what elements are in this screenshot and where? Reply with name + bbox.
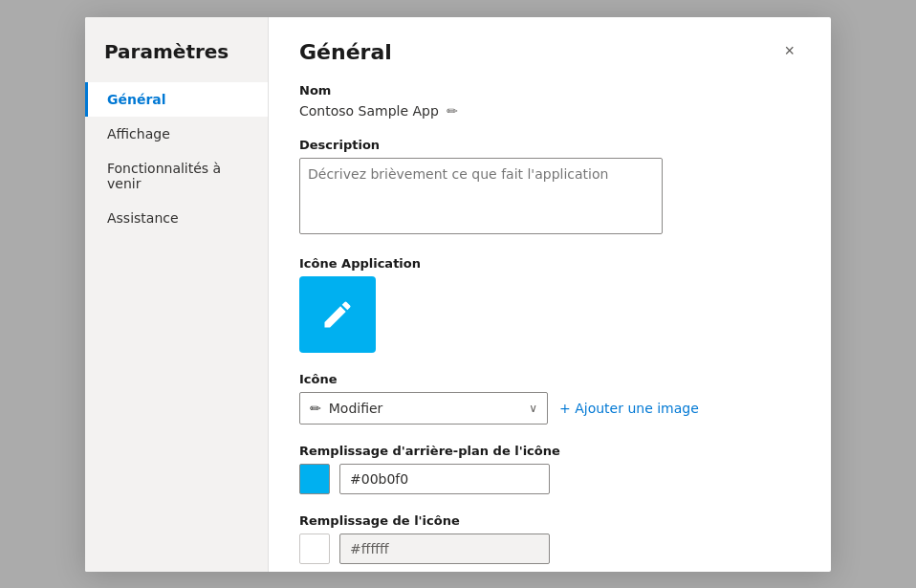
background-fill-section: Remplissage d'arrière-plan de l'icône — [299, 444, 800, 494]
add-image-button[interactable]: + Ajouter une image — [559, 401, 699, 416]
dropdown-value: Modifier — [329, 401, 383, 416]
nom-section: Nom Contoso Sample App ✏ — [299, 83, 800, 119]
background-fill-label: Remplissage d'arrière-plan de l'icône — [299, 444, 800, 458]
sidebar-title: Paramètres — [85, 33, 268, 82]
description-textarea[interactable] — [299, 158, 663, 234]
icon-fill-label: Remplissage de l'icône — [299, 513, 800, 528]
description-section: Description — [299, 138, 800, 237]
close-button[interactable]: × — [778, 40, 800, 61]
pencil-small-icon: ✏ — [310, 401, 321, 416]
sidebar-item-general[interactable]: Général — [85, 82, 268, 117]
description-label: Description — [299, 138, 800, 152]
icon-row: ✏ Modifier ∨ + Ajouter une image — [299, 392, 800, 425]
sidebar-item-affichage[interactable]: Affichage — [85, 117, 268, 151]
settings-modal: Paramètres Général Affichage Fonctionnal… — [85, 17, 831, 572]
main-header: Général × — [299, 40, 800, 64]
sidebar: Paramètres Général Affichage Fonctionnal… — [85, 17, 269, 572]
nom-edit-icon[interactable]: ✏ — [447, 103, 458, 119]
main-content: Général × Nom Contoso Sample App ✏ Descr… — [269, 17, 831, 572]
icon-fill-input[interactable] — [339, 534, 550, 564]
icone-section: Icône ✏ Modifier ∨ + Ajouter une image — [299, 372, 800, 425]
nom-label: Nom — [299, 83, 800, 98]
nom-value: Contoso Sample App — [299, 103, 439, 119]
icone-dropdown[interactable]: ✏ Modifier ∨ — [299, 392, 548, 425]
icon-fill-swatch[interactable] — [299, 534, 330, 564]
icone-label: Icône — [299, 372, 800, 386]
icon-fill-row — [299, 534, 800, 564]
background-color-input[interactable] — [339, 464, 550, 494]
icone-application-section: Icône Application — [299, 256, 800, 353]
app-icon-preview[interactable] — [299, 276, 376, 353]
pencil-icon — [320, 297, 355, 332]
sidebar-item-assistance[interactable]: Assistance — [85, 201, 268, 235]
icon-fill-section: Remplissage de l'icône — [299, 513, 800, 564]
page-title: Général — [299, 40, 392, 64]
background-color-swatch[interactable] — [299, 464, 330, 494]
modal-overlay: Paramètres Général Affichage Fonctionnal… — [0, 0, 916, 588]
icone-application-label: Icône Application — [299, 256, 800, 271]
sidebar-item-fonctionnalites[interactable]: Fonctionnalités à venir — [85, 151, 268, 201]
nom-row: Contoso Sample App ✏ — [299, 103, 800, 119]
chevron-down-icon: ∨ — [529, 402, 537, 415]
background-color-row — [299, 464, 800, 494]
